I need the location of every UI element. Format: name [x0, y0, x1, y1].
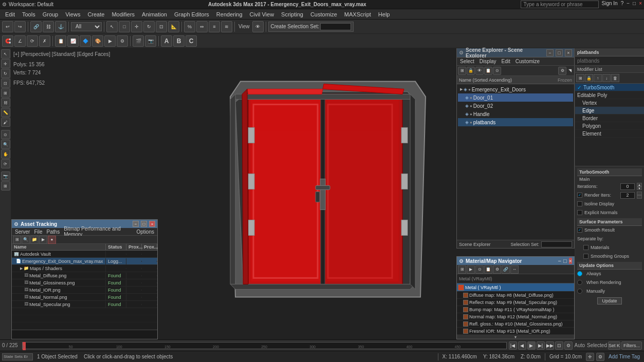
tree-item-emergency-exit-doors[interactable]: ▶ ◈ ● Emergency_Exit_Doors	[458, 85, 573, 93]
turbosmooth-section-header[interactable]: TurboSmooth	[577, 168, 642, 176]
prev-frame-btn[interactable]: ◀	[518, 341, 526, 350]
scale-btn[interactable]: ⊡	[156, 21, 167, 32]
material-editor-btn[interactable]: 🎨	[92, 35, 103, 47]
render-items-checkbox[interactable]: ✓	[577, 193, 582, 198]
manually-radio[interactable]	[577, 289, 582, 294]
at-maximize-btn[interactable]: □	[141, 221, 147, 227]
help-icon[interactable]: ?	[621, 1, 624, 8]
tree-item-handle[interactable]: ◈ ● Handle	[458, 110, 573, 118]
end-frame-btn[interactable]: ▶▶	[546, 341, 554, 350]
redo-btn[interactable]: ↪	[14, 21, 26, 32]
angle-snap-btn[interactable]: ∠	[14, 35, 26, 47]
mn-minimize-btn[interactable]: −	[558, 258, 561, 264]
menu-maxscript[interactable]: MAXScript	[341, 10, 374, 18]
update-btn[interactable]: Update	[597, 297, 621, 304]
mn-row-normal-map[interactable]: Normal map: Map #12 (Metal_Normal.png)	[457, 313, 574, 320]
select-filter-dropdown[interactable]: All	[71, 22, 102, 31]
mn-close-btn[interactable]: ×	[569, 258, 572, 264]
at-input-field[interactable]	[12, 330, 157, 339]
render-items-input[interactable]	[620, 192, 635, 199]
at-row-maps-shaders[interactable]: ▶ 📁 Maps / Shaders	[12, 265, 157, 272]
rotate-btn[interactable]: ↻	[143, 21, 155, 32]
bind-btn[interactable]: ⚓	[55, 21, 66, 32]
se-tb-btn1[interactable]: ⊞	[458, 67, 466, 75]
se-minimize-btn[interactable]: −	[546, 49, 554, 56]
render-btn[interactable]: ▶	[104, 35, 116, 47]
se-menu-customize[interactable]: Customize	[513, 59, 542, 64]
unlink-btn[interactable]: ⛓	[43, 21, 54, 32]
axis-constraint-btn[interactable]: ✗	[39, 35, 50, 47]
se-tb-btn4[interactable]: 📋	[484, 67, 492, 75]
select-region-btn[interactable]: □	[119, 21, 130, 32]
at-menu-options[interactable]: Options	[135, 229, 156, 235]
menu-edit[interactable]: Edit	[2, 10, 18, 18]
at-tb-btn1[interactable]: ⊞	[13, 236, 21, 244]
ffd-btn[interactable]: ⊞	[1, 88, 10, 98]
at-tb-btn2[interactable]: 🔍	[22, 236, 30, 244]
mn-row-diffuse-map[interactable]: Diffuse map: Map #8 (Metal_Diffuse.png)	[457, 292, 574, 299]
modifier-item-turbosmooth[interactable]: ✓ TurboSmooth	[575, 84, 644, 91]
filters-btn[interactable]: Filters...	[621, 341, 642, 350]
se-close-btn[interactable]: ×	[565, 49, 572, 56]
mn-row-refl-gloss[interactable]: Refl. gloss.: Map #10 (Metal_Glossiness.…	[457, 320, 574, 328]
rotate-tool-btn[interactable]: ↻	[1, 69, 10, 78]
measure-btn[interactable]: 📏	[1, 108, 10, 117]
menu-rendering[interactable]: Rendering	[213, 10, 246, 18]
se-menu-edit[interactable]: Edit	[500, 59, 512, 64]
status-settings-btn[interactable]: ⚙	[596, 353, 604, 361]
menu-graph-editors[interactable]: Graph Editors	[171, 10, 212, 18]
modifier-search-input[interactable]	[575, 56, 644, 66]
modifier-item-element[interactable]: Element	[575, 130, 644, 138]
mn-tb-btn1[interactable]: ⊞	[458, 265, 466, 274]
tree-item-door02[interactable]: ◈ ● Door_02	[458, 102, 573, 110]
menu-group[interactable]: Group	[40, 10, 62, 18]
zoom-extents-btn[interactable]: ⊙	[1, 130, 10, 139]
layer-btn[interactable]: ≋	[221, 21, 232, 32]
surface-params-header[interactable]: Surface Parameters	[577, 218, 642, 226]
close-btn[interactable]: ×	[639, 1, 642, 8]
play-forward-btn[interactable]: ▶	[527, 341, 536, 350]
modifier-item-editable-poly[interactable]: Editable Poly	[575, 91, 644, 99]
mn-row-metal-vray[interactable]: Metal ( VRayMtl )	[457, 283, 574, 292]
mn-tb-btn4[interactable]: 📋	[484, 265, 492, 274]
snap-toggle-btn[interactable]: 🧲	[2, 35, 13, 47]
menu-views[interactable]: Views	[62, 10, 83, 18]
mn-maximize-btn[interactable]: □	[563, 258, 567, 264]
align-btn[interactable]: ≡	[209, 21, 220, 32]
select-tool-btn[interactable]: ↖	[1, 49, 10, 59]
render-items-up-btn[interactable]	[637, 192, 642, 195]
tree-item-door01[interactable]: ◈ ● Door_01	[458, 93, 573, 102]
at-tb-active[interactable]: ●	[48, 236, 56, 244]
se-maximize-btn[interactable]: □	[556, 49, 563, 56]
mod-tb-btn1[interactable]: ⊞	[576, 74, 584, 82]
menu-scripting[interactable]: Scripting	[278, 10, 306, 18]
menu-create[interactable]: Create	[84, 10, 107, 18]
at-row-glossiness[interactable]: 🖼 Metal_Glossiness.png Found	[12, 279, 157, 287]
add-time-tag-label[interactable]: Add Time Tag	[606, 354, 642, 359]
at-tb-btn3[interactable]: 📁	[30, 236, 39, 244]
at-menu-file[interactable]: File	[32, 229, 44, 235]
spinner-snap-btn[interactable]: ⟳	[27, 35, 38, 47]
modifier-item-vertex[interactable]: Vertex	[575, 99, 644, 107]
iterations-input[interactable]	[620, 183, 635, 190]
menu-customize[interactable]: Customize	[307, 10, 340, 18]
modifier-item-polygon[interactable]: Polygon	[575, 122, 644, 130]
at-menu-server[interactable]: Server	[13, 229, 32, 235]
mn-tb-btn6[interactable]: 🔗	[502, 265, 510, 274]
se-bottom-explorer[interactable]: Scene Explorer	[459, 242, 491, 247]
text-c-btn[interactable]: C	[186, 35, 197, 47]
update-options-header[interactable]: Update Options	[577, 262, 642, 270]
iterations-down-btn[interactable]: ▼	[637, 186, 642, 190]
smooth-result-checkbox[interactable]: ✓	[577, 227, 582, 233]
explicit-normals-checkbox[interactable]	[577, 210, 582, 215]
selection-set-input[interactable]	[320, 23, 351, 30]
mn-scroll-down[interactable]: ▼	[457, 335, 574, 339]
render-items-down-btn[interactable]	[637, 195, 642, 199]
render-setup-btn[interactable]: ⚙	[117, 35, 128, 47]
smoothing-groups-checkbox[interactable]	[583, 254, 588, 259]
text-a-btn[interactable]: A	[161, 35, 172, 47]
time-cfg-btn[interactable]: ⚙	[564, 341, 573, 350]
mn-tb-btn7[interactable]: ↔	[510, 265, 519, 274]
select-obj-btn[interactable]: ↖	[106, 21, 118, 32]
cam-view-btn[interactable]: 📷	[1, 172, 10, 181]
